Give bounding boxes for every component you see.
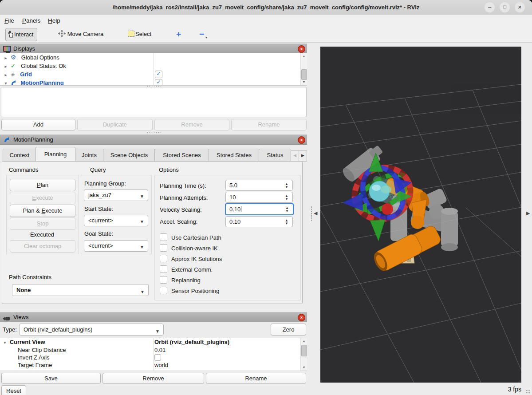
views-save-button[interactable]: Save [1, 373, 101, 384]
menu-help[interactable]: Help [48, 16, 60, 25]
menu-panels[interactable]: Panels [22, 16, 40, 25]
views-tree[interactable]: ▾ Current View Orbit (rviz_default_plugi… [0, 338, 307, 371]
approx-ik-solutions-checkbox[interactable] [160, 255, 167, 262]
tree-row-invert-z[interactable]: Invert Z Axis [0, 354, 307, 361]
scroll-up-icon[interactable]: ▲ [301, 338, 307, 344]
select-tool-button[interactable]: Select [128, 28, 151, 40]
expand-icon[interactable]: ▸ [3, 62, 9, 71]
collapse-left-icon[interactable]: ◀ [314, 210, 317, 216]
tree-row-current-view[interactable]: ▾ Current View Orbit (rviz_default_plugi… [0, 338, 307, 346]
collapse-right-icon[interactable]: ▶ [526, 210, 530, 216]
tab-stored-states[interactable]: Stored States [209, 149, 260, 161]
displays-close-icon[interactable]: x [298, 45, 305, 53]
replanning-checkbox[interactable] [160, 276, 167, 284]
views-remove-button[interactable]: Remove [102, 373, 204, 384]
interact-tool-button[interactable]: Interact [5, 28, 37, 41]
planning-attempts-spinbox[interactable]: 10▲▼ [225, 192, 293, 203]
tree-row-grid[interactable]: ▸ ◈ Grid [0, 70, 307, 79]
motionplanning-enabled-checkbox[interactable] [155, 79, 162, 86]
collision-aware-ik-checkbox[interactable] [160, 244, 167, 252]
displays-remove-button[interactable]: Remove [154, 119, 229, 130]
spin-arrows-icon[interactable]: ▲▼ [284, 181, 290, 190]
velocity-scaling-spinbox[interactable]: 0.10▲▼ [225, 203, 294, 215]
resize-grip[interactable] [525, 390, 530, 394]
stop-button[interactable]: Stop [10, 217, 75, 230]
views-rename-button[interactable]: Rename [206, 373, 306, 384]
viewport-scene[interactable] [320, 47, 521, 383]
move-camera-tool-button[interactable]: Move Camera [58, 28, 103, 40]
spin-arrows-icon[interactable]: ▲▼ [284, 193, 290, 202]
spin-arrows-icon[interactable]: ▲▼ [284, 205, 290, 214]
tab-status[interactable]: Status [259, 149, 291, 161]
planning-group-combobox[interactable]: jaka_zu7▼ [84, 190, 148, 201]
views-scrollbar[interactable]: ▲ ▼ [300, 338, 307, 371]
planning-time-spinbox[interactable]: 5.0▲▼ [225, 180, 293, 191]
tree-row-global-status[interactable]: ▸ ✓ Global Status: Ok [0, 62, 307, 70]
tab-context[interactable]: Context [3, 149, 36, 161]
displays-tree[interactable]: ▸ ⚙ Global Options ▸ ✓ Global Status: Ok… [0, 53, 307, 86]
expand-icon[interactable]: ▾ [3, 79, 9, 86]
plan-and-execute-button[interactable]: Plan & Execute [10, 205, 75, 217]
motionplanning-close-icon[interactable]: x [298, 136, 305, 144]
path-constraints-combobox[interactable]: None▼ [12, 284, 149, 296]
tree-row-target-frame[interactable]: Target Frame world [0, 361, 307, 369]
expand-icon[interactable]: ▸ [3, 54, 9, 62]
displays-duplicate-button[interactable]: Duplicate [77, 119, 153, 130]
sensor-positioning-checkbox[interactable] [160, 287, 167, 294]
displays-rename-button[interactable]: Rename [231, 119, 307, 130]
scroll-down-icon[interactable]: ▼ [301, 364, 307, 371]
external-comm-row[interactable]: External Comm. [160, 265, 222, 276]
displays-add-button[interactable]: Add [1, 119, 75, 130]
clear-octomap-button[interactable]: Clear octomap [10, 240, 75, 253]
tab-scene-objects[interactable]: Scene Objects [103, 149, 155, 161]
expand-icon[interactable]: ▸ [3, 71, 9, 79]
viewport-splitter-handle[interactable] [311, 206, 312, 221]
marker-red-knob[interactable] [382, 203, 393, 215]
tree-row-near-clip[interactable]: Near Clip Distance 0.01 [0, 346, 307, 354]
tab-planning[interactable]: Planning [35, 147, 75, 161]
views-panel-header[interactable]: Views x [0, 312, 307, 322]
views-zero-button[interactable]: Zero [271, 324, 306, 336]
tab-stored-scenes[interactable]: Stored Scenes [154, 149, 209, 161]
views-type-combobox[interactable]: Orbit (rviz_default_plugins)▼ [19, 324, 164, 336]
add-tool-button[interactable]: + [176, 28, 181, 40]
tree-row-motionplanning[interactable]: ▾ MotionPlanning [0, 79, 307, 86]
spin-arrows-icon[interactable]: ▲▼ [284, 217, 290, 226]
tree-row-global-options[interactable]: ▸ ⚙ Global Options [0, 53, 307, 62]
motionplanning-panel-header[interactable]: MotionPlanning x [0, 134, 307, 145]
tab-scroll-left-icon[interactable]: ◀ [291, 150, 299, 162]
menu-file[interactable]: File [4, 16, 14, 25]
scrollbar-thumb[interactable] [301, 345, 307, 356]
scroll-down-icon[interactable]: ▼ [301, 79, 307, 85]
grid-enabled-checkbox[interactable] [155, 71, 162, 78]
move-arrow-down[interactable] [370, 220, 385, 241]
use-cartesian-path-checkbox[interactable] [160, 233, 167, 241]
titlebar[interactable]: /home/meddy/jaka_ros2/install/jaka_zu7_m… [0, 0, 532, 15]
expand-icon[interactable]: ▾ [2, 339, 8, 347]
invert-z-axis-checkbox[interactable] [154, 354, 161, 361]
accel-scaling-spinbox[interactable]: 0.10▲▼ [225, 216, 293, 227]
external-comm-checkbox[interactable] [160, 265, 167, 273]
sensor-positioning-row[interactable]: Sensor Positioning [160, 287, 222, 297]
scrollbar-thumb[interactable] [301, 69, 307, 80]
reset-button[interactable]: Reset [1, 385, 26, 395]
collision-aware-ik-row[interactable]: Collision-aware IK [160, 244, 222, 255]
remove-tool-button[interactable]: −▾ [199, 28, 204, 40]
tab-scroll-right-icon[interactable]: ▶ [299, 150, 307, 162]
close-button[interactable]: × [515, 2, 525, 12]
use-cartesian-path-row[interactable]: Use Cartesian Path [160, 233, 222, 244]
scroll-up-icon[interactable]: ▲ [301, 53, 307, 59]
plan-button[interactable]: Plan [10, 179, 75, 191]
execute-button[interactable]: Execute [10, 192, 75, 204]
start-state-combobox[interactable]: <current>▼ [84, 215, 148, 226]
minimize-button[interactable]: – [485, 2, 495, 12]
tab-joints[interactable]: Joints [75, 149, 104, 161]
displays-scrollbar[interactable]: ▲ ▼ [300, 53, 307, 85]
approx-ik-solutions-row[interactable]: Approx IK Solutions [160, 255, 222, 265]
displays-panel-header[interactable]: Displays x [0, 43, 307, 54]
panel-splitter-handle[interactable] [146, 132, 162, 134]
viewport-3d[interactable] [320, 47, 521, 383]
views-close-icon[interactable]: x [298, 314, 305, 321]
goal-state-combobox[interactable]: <current>▼ [84, 240, 148, 252]
maximize-button[interactable]: □ [500, 2, 510, 12]
